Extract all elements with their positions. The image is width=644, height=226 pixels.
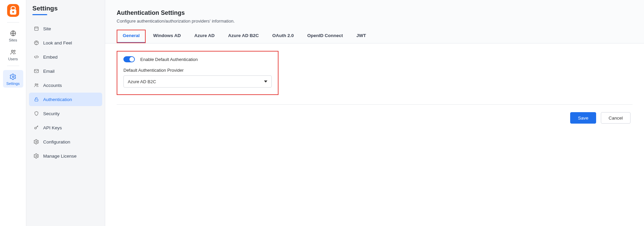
main-area: Authentication Settings Configure authen… — [105, 0, 644, 226]
sidebar-item-manage-license[interactable]: Manage License — [29, 149, 102, 163]
svg-point-6 — [14, 50, 15, 52]
svg-point-19 — [36, 155, 37, 157]
svg-point-15 — [37, 84, 38, 85]
caret-down-icon — [264, 80, 267, 83]
cancel-button[interactable]: Cancel — [601, 112, 631, 124]
cancel-button-label: Cancel — [609, 116, 623, 121]
sidebar-item-email[interactable]: Email — [29, 64, 102, 78]
sidebar-item-site[interactable]: Site — [29, 22, 102, 35]
footer-buttons: Save Cancel — [117, 112, 633, 124]
code-icon — [34, 54, 39, 60]
sidebar-title-underline — [32, 14, 47, 15]
tab-label: General — [123, 33, 140, 38]
tab-azure-ad-b2c[interactable]: Azure AD B2C — [222, 30, 265, 43]
gear-icon — [34, 153, 39, 159]
site-icon — [34, 26, 39, 31]
tab-label: Azure AD — [194, 33, 214, 38]
tab-label: JWT — [356, 33, 366, 38]
main-header: Authentication Settings Configure authen… — [105, 0, 644, 43]
sidebar-item-label: Accounts — [43, 83, 62, 88]
enable-default-auth-label: Enable Default Authentication — [140, 57, 198, 62]
mail-icon — [34, 68, 39, 74]
sidebar-item-label: Manage License — [43, 154, 77, 159]
sidebar-item-api-keys[interactable]: API Keys — [29, 121, 102, 134]
save-button-label: Save — [578, 116, 588, 121]
svg-point-7 — [12, 76, 14, 78]
svg-rect-8 — [35, 27, 38, 31]
enable-default-auth-toggle[interactable] — [123, 56, 135, 62]
default-provider-value: Azure AD B2C — [128, 79, 156, 84]
rail-item-label: Settings — [6, 82, 20, 86]
svg-rect-13 — [34, 69, 38, 72]
sidebar-item-label: Site — [43, 26, 51, 31]
save-button[interactable]: Save — [570, 112, 596, 124]
svg-point-11 — [36, 41, 36, 42]
sidebar-item-label: Security — [43, 111, 60, 116]
svg-point-12 — [37, 42, 37, 42]
rail-item-label: Sites — [9, 38, 17, 42]
sidebar-item-label: Configuration — [43, 139, 70, 144]
shield-icon — [34, 111, 39, 116]
page-subtitle: Configure authentication/authorization p… — [117, 19, 633, 24]
auth-tabs: General Windows AD Azure AD Azure AD B2C… — [117, 30, 633, 43]
sidebar-item-label: Look and Feel — [43, 40, 72, 45]
svg-point-14 — [35, 84, 36, 85]
default-provider-select[interactable]: Azure AD B2C — [123, 75, 272, 88]
rail-item-label: Users — [8, 57, 18, 61]
svg-point-10 — [35, 42, 36, 42]
svg-point-5 — [11, 50, 13, 52]
svg-point-17 — [35, 127, 36, 129]
tab-azure-ad[interactable]: Azure AD — [188, 30, 221, 43]
lock-icon — [34, 97, 39, 102]
sidebar-item-accounts[interactable]: Accounts — [29, 78, 102, 92]
key-icon — [34, 125, 39, 130]
rail-separator — [7, 22, 19, 23]
sidebar-title: Settings — [32, 5, 99, 12]
rail-separator — [7, 66, 19, 66]
svg-rect-16 — [35, 99, 38, 101]
tab-oauth[interactable]: OAuth 2.0 — [266, 30, 300, 43]
app-logo — [6, 3, 20, 18]
sidebar-item-security[interactable]: Security — [29, 107, 102, 120]
tab-general[interactable]: General — [117, 30, 146, 43]
rail-item-users[interactable]: Users — [3, 45, 23, 63]
tab-label: OAuth 2.0 — [272, 33, 294, 38]
tab-windows-ad[interactable]: Windows AD — [147, 30, 187, 43]
tab-label: Windows AD — [153, 33, 181, 38]
tab-openid-connect[interactable]: OpenID Connect — [301, 30, 349, 43]
svg-point-18 — [36, 141, 37, 142]
tab-label: Azure AD B2C — [228, 33, 259, 38]
sidebar-item-label: Email — [43, 69, 55, 74]
page-title: Authentication Settings — [117, 9, 633, 17]
rail-item-sites[interactable]: Sites — [3, 27, 23, 44]
sidebar-item-label: API Keys — [43, 125, 62, 130]
default-provider-label: Default Authentication Provider — [123, 68, 272, 73]
sidebar-item-configuration[interactable]: Configuration — [29, 135, 102, 149]
tab-label: OpenID Connect — [307, 33, 343, 38]
tab-jwt[interactable]: JWT — [350, 30, 372, 43]
gear-icon — [34, 139, 39, 144]
sidebar-item-look-and-feel[interactable]: Look and Feel — [29, 36, 102, 50]
users-icon — [34, 83, 39, 88]
tab-content-general: Enable Default Authentication Default Au… — [105, 43, 644, 226]
highlight-box: Enable Default Authentication Default Au… — [117, 51, 279, 95]
content-divider — [117, 104, 633, 105]
nav-rail: Sites Users Settings — [0, 0, 26, 226]
palette-icon — [34, 40, 39, 45]
sidebar-item-label: Authentication — [43, 97, 72, 102]
sidebar-item-authentication[interactable]: Authentication — [29, 93, 102, 106]
settings-sidebar: Settings Site Look and Feel Embed Email … — [26, 0, 105, 226]
svg-point-3 — [12, 11, 14, 12]
sidebar-item-label: Embed — [43, 55, 58, 60]
rail-item-settings[interactable]: Settings — [3, 70, 23, 88]
sidebar-item-embed[interactable]: Embed — [29, 50, 102, 64]
